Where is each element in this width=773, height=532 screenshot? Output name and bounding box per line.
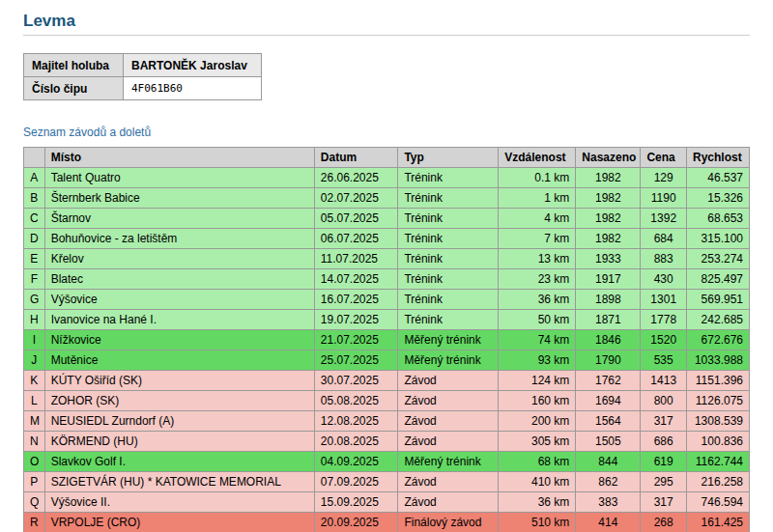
cell-distance: 93 km [499,350,576,371]
cell-distance: 68 km [499,452,576,472]
table-row: PSZIGETVÁR (HU) * KATOWICE MEMORIAL07.09… [24,472,750,492]
cell-type: Závod [398,411,499,432]
column-header: Rychlost [687,148,750,168]
cell-type: Měřený trénink [398,330,499,350]
cell-date: 15.09.2025 [314,492,398,513]
cell-nasazeno: 1982 [576,229,641,249]
cell-cena: 1190 [641,188,687,209]
cell-distance: 510 km [499,513,576,532]
cell-nasazeno: 1982 [576,188,641,209]
table-row: BŠternberk Babice02.07.2025Trénink1 km19… [24,188,750,209]
owner-row: Majitel holuba BARTONĚK Jaroslav [24,54,262,77]
table-row: FBlatec14.07.2025Trénink23 km1917430825.… [24,269,750,290]
cell-nasazeno: 862 [576,472,641,492]
cell-letter: N [24,432,45,452]
table-row: HIvanovice na Hané I.19.07.2025Trénink50… [24,310,750,330]
table-row: KKÚTY Ošiříd (SK)30.07.2025Závod124 km17… [24,371,750,391]
cell-date: 02.07.2025 [314,188,398,209]
cell-date: 04.09.2025 [314,452,398,472]
cell-cena: 684 [641,229,687,249]
cell-rychlost: 672.676 [687,330,750,350]
cell-letter: O [24,452,45,472]
cell-type: Trénink [398,209,499,229]
cell-place: Blatec [44,269,314,290]
cell-place: Talent Quatro [44,168,314,188]
cell-place: KÚTY Ošiříd (SK) [44,371,314,391]
cell-nasazeno: 383 [576,492,641,513]
cell-nasazeno: 1564 [576,411,641,432]
cell-letter: H [24,310,45,330]
cell-place: Štarnov [44,209,314,229]
cell-cena: 129 [641,168,687,188]
cell-nasazeno: 1871 [576,310,641,330]
cell-distance: 4 km [499,209,576,229]
table-row: QVýšovice II.15.09.2025Závod36 km3833177… [24,492,750,513]
cell-place: Mutěnice [44,350,314,371]
cell-distance: 13 km [499,249,576,269]
cell-cena: 883 [641,249,687,269]
cell-date: 21.07.2025 [314,330,398,350]
cell-rychlost: 1162.744 [687,452,750,472]
results-tbody: ATalent Quatro26.06.2025Trénink0.1 km198… [24,168,750,532]
cell-date: 30.07.2025 [314,371,398,391]
cell-type: Závod [398,391,499,411]
table-row: RVRPOLJE (CRO)20.09.2025Finálový závod51… [24,513,750,532]
table-row: NKÖRMEND (HU)20.08.2025Závod305 km150568… [24,432,750,452]
cell-letter: F [24,269,45,290]
cell-cena: 686 [641,432,687,452]
cell-type: Trénink [398,290,499,310]
column-header: Vzdálenost [499,148,576,168]
cell-nasazeno: 1982 [576,168,641,188]
cell-date: 25.07.2025 [314,350,398,371]
cell-distance: 160 km [499,391,576,411]
cell-type: Trénink [398,269,499,290]
cell-type: Měřený trénink [398,350,499,371]
cell-nasazeno: 1933 [576,249,641,269]
cell-rychlost: 15.326 [687,188,750,209]
results-table: MístoDatumTypVzdálenostNasazenoCenaRychl… [23,147,750,532]
race-list-link[interactable]: Seznam závodů a doletů [23,126,151,139]
cell-distance: 36 km [499,290,576,310]
cell-type: Trénink [398,168,499,188]
cell-date: 26.06.2025 [314,168,398,188]
cell-cena: 619 [641,452,687,472]
cell-place: NEUSIEDL Zurndorf (A) [44,411,314,432]
cell-place: Nížkovice [44,330,314,350]
chip-label: Číslo čipu [24,77,124,100]
cell-distance: 7 km [499,229,576,249]
cell-rychlost: 253.274 [687,249,750,269]
cell-nasazeno: 1982 [576,209,641,229]
cell-place: Slavkov Golf I. [44,452,314,472]
column-header: Nasazeno [576,148,641,168]
cell-date: 05.08.2025 [314,391,398,411]
table-row: EKřelov11.07.2025Trénink13 km1933883253.… [24,249,750,269]
table-row: JMutěnice25.07.2025Měřený trénink93 km17… [24,350,750,371]
cell-place: Ivanovice na Hané I. [44,310,314,330]
owner-name-value: BARTONĚK Jaroslav [124,54,262,77]
cell-nasazeno: 1762 [576,371,641,391]
cell-type: Závod [398,432,499,452]
owner-info-table: Majitel holuba BARTONĚK Jaroslav Číslo č… [23,53,262,100]
cell-date: 20.08.2025 [314,432,398,452]
table-row: INížkovice21.07.2025Měřený trénink74 km1… [24,330,750,350]
cell-letter: R [24,513,45,532]
owner-label: Majitel holuba [24,54,124,77]
cell-cena: 1520 [641,330,687,350]
cell-rychlost: 825.497 [687,269,750,290]
cell-rychlost: 1308.539 [687,411,750,432]
cell-rychlost: 569.951 [687,290,750,310]
cell-cena: 1392 [641,209,687,229]
table-row: CŠtarnov05.07.2025Trénink4 km1982139268.… [24,209,750,229]
table-row: DBohuňovice - za letištěm06.07.2025Tréni… [24,229,750,249]
cell-rychlost: 216.258 [687,472,750,492]
cell-rychlost: 746.594 [687,492,750,513]
cell-type: Trénink [398,229,499,249]
cell-letter: K [24,371,45,391]
column-header: Typ [398,148,499,168]
cell-distance: 23 km [499,269,576,290]
cell-letter: J [24,350,45,371]
cell-nasazeno: 844 [576,452,641,472]
cell-nasazeno: 1694 [576,391,641,411]
cell-place: Šternberk Babice [44,188,314,209]
cell-place: ZOHOR (SK) [44,391,314,411]
